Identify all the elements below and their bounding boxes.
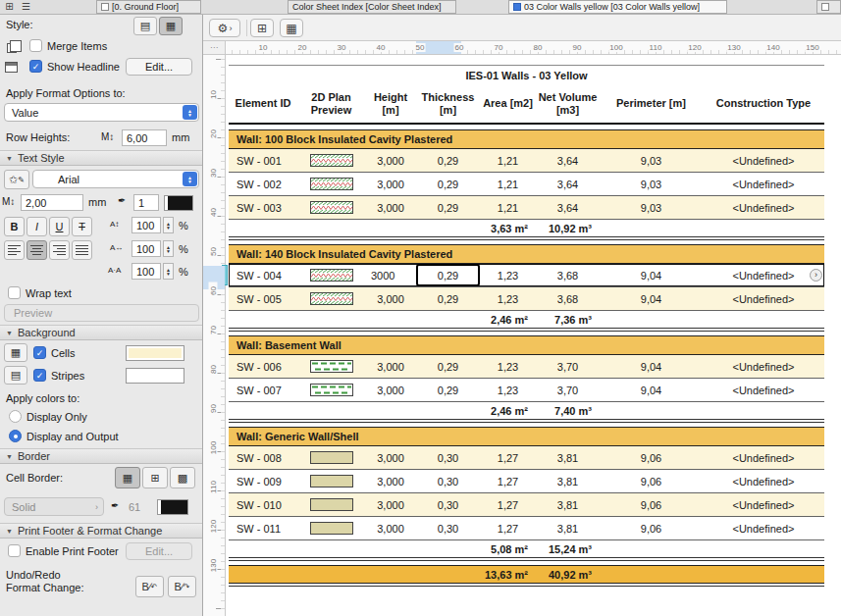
cell-perimeter[interactable]: 9,06 <box>600 446 703 469</box>
cell-thickness[interactable]: 0,29 <box>416 173 480 195</box>
cell-element-id[interactable]: SW - 007 <box>229 379 297 401</box>
cell-perimeter[interactable]: 9,04 <box>600 355 703 378</box>
table-row[interactable]: SW - 002 3,000 0,29 1,21 3,64 9,03 <Unde… <box>229 173 824 196</box>
edit-headline-button[interactable]: Edit... <box>126 58 192 76</box>
display-only-radio[interactable] <box>9 410 22 423</box>
table-edit-button[interactable]: ▦ <box>280 19 303 37</box>
enable-print-footer-checkbox[interactable] <box>8 544 21 557</box>
stripes-color-well[interactable] <box>126 368 184 384</box>
table-row[interactable]: SW - 003 3,000 0,29 1,21 3,64 9,03 <Unde… <box>229 196 824 220</box>
cell-2d-preview[interactable] <box>297 493 365 516</box>
tracking-stepper[interactable]: ▲▼ <box>163 263 174 280</box>
table-row-selected[interactable]: SW - 004 3000 0,29 1,23 3,68 9,04 <Undef… <box>229 264 824 287</box>
cell-perimeter[interactable]: 9,06 <box>600 517 703 539</box>
cell-area[interactable]: 1,21 <box>480 173 536 195</box>
menu-icon[interactable]: ☰ <box>19 0 33 14</box>
font-dropdown[interactable]: Arial ▲▼ <box>32 170 199 188</box>
cell-area[interactable]: 1,27 <box>480 446 536 469</box>
border-outline-button[interactable]: ⊞ <box>142 467 168 488</box>
line-type-dropdown[interactable]: Solid › <box>4 497 104 516</box>
strikethrough-button[interactable]: T <box>72 217 92 236</box>
table-row[interactable]: SW - 010 3,000 0,30 1,27 3,81 9,06 <Unde… <box>229 493 824 517</box>
cell-2d-preview[interactable] <box>297 264 365 286</box>
cell-2d-preview[interactable] <box>297 149 365 172</box>
row-height-field[interactable]: 6,00 <box>122 129 167 146</box>
cell-2d-preview[interactable] <box>297 470 365 492</box>
underline-button[interactable]: U <box>49 217 70 236</box>
cell-element-id[interactable]: SW - 009 <box>229 470 297 492</box>
cell-construction-type[interactable]: <Undefined> <box>703 173 824 195</box>
column-header[interactable]: Height [m] <box>365 85 416 123</box>
section-background[interactable]: ▼ Background <box>0 325 202 340</box>
cell-thickness[interactable]: 0,29 <box>416 287 480 310</box>
cell-net-volume[interactable]: 3,81 <box>536 493 600 516</box>
section-border[interactable]: ▼ Border <box>0 448 202 464</box>
cell-height[interactable]: 3,000 <box>365 379 416 401</box>
cell-element-id[interactable]: SW - 008 <box>229 446 297 469</box>
border-all-button[interactable]: ▦ <box>115 467 140 488</box>
cell-net-volume[interactable]: 3,70 <box>536 379 600 401</box>
cell-element-id[interactable]: SW - 006 <box>229 355 297 378</box>
cell-element-id[interactable]: SW - 010 <box>229 493 297 516</box>
cell-area[interactable]: 1,23 <box>480 287 536 310</box>
cell-thickness-active[interactable]: 0,29 <box>416 264 480 286</box>
cell-height[interactable]: 3,000 <box>365 355 416 378</box>
cell-net-volume[interactable]: 3,64 <box>536 149 600 172</box>
column-header[interactable]: Net Volume [m3] <box>536 85 600 123</box>
cells-checkbox[interactable]: ✓ <box>33 346 46 359</box>
paragraph-spacing-field[interactable]: 100 <box>131 240 161 257</box>
cell-net-volume[interactable]: 3,68 <box>536 264 600 286</box>
cell-construction-type[interactable]: <Undefined> <box>703 379 824 401</box>
section-print-footer[interactable]: ▼ Print Footer & Format Change <box>0 523 202 539</box>
table-row[interactable]: SW - 007 3,000 0,29 1,23 3,70 9,04 <Unde… <box>229 379 824 402</box>
cell-perimeter[interactable]: 9,03 <box>600 173 703 195</box>
cell-height-editing[interactable]: 3000 <box>365 264 416 286</box>
cell-element-id[interactable]: SW - 002 <box>229 173 297 195</box>
column-header[interactable]: Perimeter [m] <box>600 85 703 123</box>
border-pen-color-swatch[interactable] <box>157 499 188 515</box>
cell-element-id[interactable]: SW - 005 <box>229 287 297 310</box>
cell-2d-preview[interactable] <box>297 517 365 539</box>
wrap-text-checkbox[interactable] <box>8 286 21 299</box>
cell-net-volume[interactable]: 3,81 <box>536 446 600 469</box>
column-header[interactable]: Construction Type <box>703 85 824 123</box>
paragraph-spacing-stepper[interactable]: ▲▼ <box>163 240 174 257</box>
column-header[interactable]: Area [m2] <box>480 85 536 123</box>
settings-button[interactable]: ⚙› <box>209 19 240 37</box>
cell-construction-type[interactable]: <Undefined> › <box>703 264 824 286</box>
stripes-checkbox[interactable]: ✓ <box>33 369 46 382</box>
cell-perimeter[interactable]: 9,04 <box>600 287 703 310</box>
cell-perimeter[interactable]: 9,04 <box>600 264 703 286</box>
cell-net-volume[interactable]: 3,81 <box>536 470 600 492</box>
cell-perimeter[interactable]: 9,04 <box>600 379 703 401</box>
tab-color-sheet-index[interactable]: Color Sheet Index [Color Sheet Index] <box>288 0 456 14</box>
italic-button[interactable]: I <box>26 217 47 236</box>
cell-net-volume[interactable]: 3,70 <box>536 355 600 378</box>
cell-thickness[interactable]: 0,30 <box>416 470 480 492</box>
cell-net-volume[interactable]: 3,64 <box>536 173 600 195</box>
cell-2d-preview[interactable] <box>297 446 365 469</box>
cell-2d-preview[interactable] <box>297 287 365 310</box>
section-text-style[interactable]: ▼ Text Style <box>0 150 202 166</box>
cell-thickness[interactable]: 0,30 <box>416 493 480 516</box>
cell-perimeter[interactable]: 9,03 <box>600 196 703 219</box>
cell-perimeter[interactable]: 9,06 <box>600 470 703 492</box>
cell-construction-type[interactable]: <Undefined> <box>703 355 824 378</box>
column-header[interactable]: Thickness [m] <box>416 85 480 123</box>
border-heavy-button[interactable]: ▩ <box>170 467 195 488</box>
cells-color-well[interactable] <box>126 345 184 361</box>
cell-2d-preview[interactable] <box>297 379 365 401</box>
favorites-star-button[interactable]: ✩✎ <box>4 170 29 189</box>
font-size-field[interactable]: 2,00 <box>21 194 83 211</box>
cell-height[interactable]: 3,000 <box>365 196 416 219</box>
cell-construction-type[interactable]: <Undefined> <box>703 517 824 539</box>
line-spacing-stepper[interactable]: ▲▼ <box>163 217 174 233</box>
vertical-ruler[interactable]: 10 20 30 40 50 60 70 80 90 100 110 120 1… <box>203 55 226 616</box>
tab-partial[interactable] <box>816 0 841 14</box>
cell-height[interactable]: 3,000 <box>365 287 416 310</box>
cell-height[interactable]: 3,000 <box>365 446 416 469</box>
tab-color-walls-yellow[interactable]: 03 Color Walls yellow [03 Color Walls ye… <box>508 0 727 14</box>
horizontal-ruler[interactable]: 10 20 30 40 50 60 70 80 90 100 110 120 1… <box>226 41 841 55</box>
undo-format-button[interactable]: B∕↶ <box>135 576 164 597</box>
cell-thickness[interactable]: 0,29 <box>416 379 480 401</box>
